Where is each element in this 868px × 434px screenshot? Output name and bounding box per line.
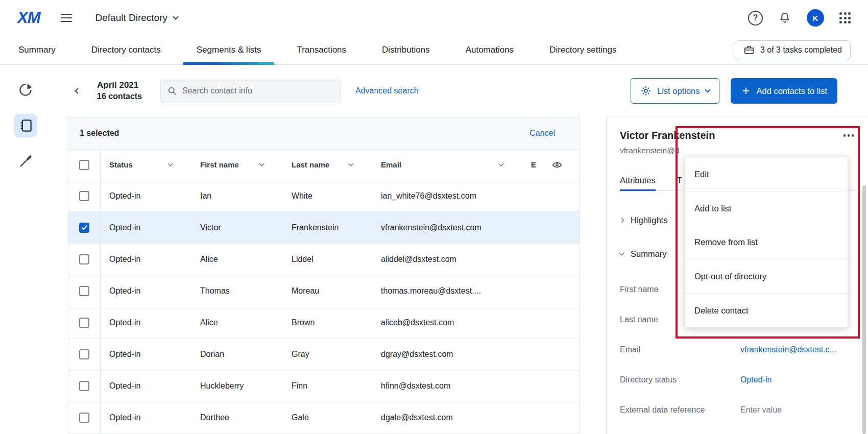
select-all-checkbox[interactable] [79,160,89,170]
plus-icon [741,86,751,96]
tasks-completed-label: 3 of 3 tasks completed [760,45,842,55]
panel-tab-attributes[interactable]: Attributes [620,171,656,190]
tab-summary[interactable]: Summary [18,36,56,64]
avatar[interactable]: K [807,9,824,27]
row-checkbox-checked[interactable] [79,223,89,233]
tasks-completed-button[interactable]: 3 of 3 tasks completed [735,40,851,60]
cell-email: aliceb@dsxtest.com [372,318,522,327]
cell-status: Opted-in [101,381,191,391]
table-row[interactable]: Opted-in Ian White ian_white76@dsxtest.c… [68,180,580,212]
cell-first-name: Alice [191,318,283,327]
chevron-down-icon [349,161,354,166]
directory-nav: Summary Directory contacts Segments & li… [0,36,868,65]
cell-status: Opted-in [101,413,191,422]
field-email: Email vfrankenstein@dsxtest.c... [620,342,855,357]
more-options-icon[interactable] [842,131,855,140]
search-input[interactable] [182,86,334,95]
chevron-down-icon [619,250,624,255]
tab-directory-settings[interactable]: Directory settings [549,36,616,64]
menu-item-remove-from-list[interactable]: Remove from list [685,225,848,259]
contact-context-menu: Edit Add to list Remove from list Opt-ou… [685,157,848,328]
tab-automations[interactable]: Automations [466,36,514,64]
table-row[interactable]: Opted-in Alice Brown aliceb@dsxtest.com [68,307,580,339]
cell-email: thomas.moreau@dsxtest.... [372,286,522,296]
list-title: April 2021 [97,80,148,91]
directory-name: Default Directory [95,12,168,23]
cell-email: aliddel@dsxtest.com [372,255,522,264]
list-options-button[interactable]: List options [631,78,719,104]
xm-logo[interactable]: XM [17,9,40,27]
field-value[interactable]: vfrankenstein@dsxtest.c... [740,345,836,354]
cell-last-name: Gale [283,413,372,422]
directory-selector[interactable]: Default Directory [95,12,178,23]
menu-item-add-to-list[interactable]: Add to list [685,191,848,225]
table-row[interactable]: Opted-in Dorthee Gale dgale@dsxtest.com [68,402,580,434]
row-checkbox[interactable] [79,318,89,328]
tools-wand-icon[interactable] [14,150,37,173]
cell-status: Opted-in [101,286,191,296]
help-icon[interactable]: ? [748,11,763,26]
table-row[interactable]: Opted-in Alice Liddel aliddel@dsxtest.co… [68,244,580,275]
menu-item-opt-out[interactable]: Opt-out of directory [685,259,848,293]
row-checkbox[interactable] [79,254,89,264]
cell-first-name: Ian [191,191,283,201]
table-row[interactable]: Opted-in Dorian Gray dgray@dsxtest.com [68,339,580,371]
selected-count: 1 selected [80,129,119,138]
table-row-selected[interactable]: Opted-in Victor Frankenstein vfrankenste… [68,212,580,244]
cell-status: Opted-in [101,255,191,264]
column-header-email[interactable]: Email [372,150,522,180]
table-row[interactable]: Opted-in Huckleberry Finn hfinn@dsxtest.… [68,371,580,402]
cell-email: vfrankenstein@dsxtest.com [372,223,522,232]
field-value-placeholder[interactable]: Enter value [740,405,782,415]
cell-first-name: Alice [191,255,283,264]
tab-distributions[interactable]: Distributions [382,36,430,64]
topbar-actions: ? K [748,9,851,27]
tab-directory-contacts[interactable]: Directory contacts [91,36,161,64]
segments-chart-icon[interactable] [14,78,37,102]
briefcase-icon [743,44,755,56]
advanced-search-link[interactable]: Advanced search [355,86,419,95]
tab-segments-lists[interactable]: Segments & lists [197,36,261,64]
back-chevron-icon[interactable] [71,89,84,93]
cell-email: ian_white76@dsxtest.com [372,191,522,201]
column-header-external[interactable]: E [522,150,580,180]
lists-icon[interactable] [14,114,37,137]
cell-email: dgray@dsxtest.com [372,350,522,359]
chevron-down-icon [168,161,173,166]
hamburger-menu-icon[interactable] [59,12,74,24]
cell-last-name: Gray [283,350,372,359]
list-title-block: April 2021 16 contacts [97,80,148,102]
cell-first-name: Thomas [191,286,283,296]
tab-transactions[interactable]: Transactions [297,36,346,64]
row-checkbox[interactable] [79,286,89,296]
menu-item-edit[interactable]: Edit [685,157,848,191]
field-directory-status: Directory status Opted-in [620,372,855,388]
cell-status: Opted-in [101,350,191,359]
row-checkbox[interactable] [79,191,89,201]
cancel-selection-link[interactable]: Cancel [529,129,555,138]
column-header-first-name[interactable]: First name [191,150,283,180]
contact-name: Victor Frankenstein [620,130,715,141]
cell-last-name: White [283,191,372,201]
field-external-data-reference: External data reference Enter value [620,402,855,418]
column-visibility-icon[interactable] [551,159,563,171]
app-grid-icon[interactable] [839,12,851,23]
table-row[interactable]: Opted-in Thomas Moreau thomas.moreau@dsx… [68,275,580,307]
contact-email: vfrankenstein@d [620,146,855,155]
panel-scrollbar[interactable] [862,185,866,434]
cell-last-name: Frankenstein [283,223,372,232]
row-checkbox[interactable] [79,381,89,391]
add-contacts-button[interactable]: Add contacts to list [731,78,838,104]
panel-tab-truncated[interactable]: T [677,171,682,190]
list-options-label: List options [657,86,700,96]
menu-item-delete-contact[interactable]: Delete contact [685,294,848,327]
field-value[interactable]: Opted-in [740,375,771,384]
column-header-last-name[interactable]: Last name [283,150,372,180]
cell-email: hfinn@dsxtest.com [372,381,522,391]
column-header-status[interactable]: Status [101,150,191,180]
row-checkbox[interactable] [79,349,89,359]
row-checkbox[interactable] [79,413,89,423]
contacts-table: 1 selected Cancel Status First name Last… [68,117,580,434]
cell-first-name: Victor [191,223,283,232]
notifications-bell-icon[interactable] [778,11,791,25]
